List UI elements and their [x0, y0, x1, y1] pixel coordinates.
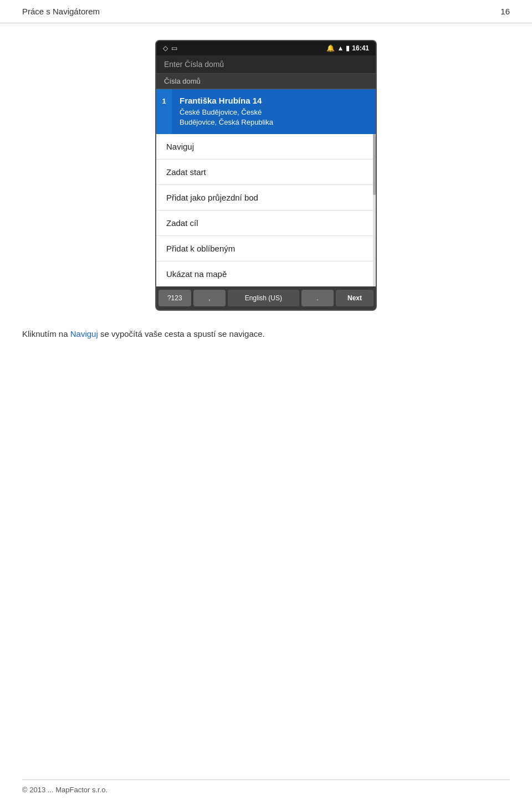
key-comma[interactable]: ,	[193, 290, 226, 306]
status-bar-right: 🔔 ▲ ▮ 16:41	[326, 44, 369, 52]
description-before: Kliknutím na	[22, 329, 70, 339]
address-line1: Františka Hrubína 14	[180, 96, 368, 105]
app-title-text: Enter Čísla domů	[164, 60, 224, 69]
status-bar: ◇ ▭ 🔔 ▲ ▮ 16:41	[156, 41, 376, 55]
menu-options: Naviguj Zadat start Přidat jako průjezdn…	[156, 134, 376, 286]
page-footer: © 2013 ... MapFactor s.r.o.	[22, 780, 510, 794]
menu-item-ukazat-mape[interactable]: Ukázat na mapě	[156, 262, 376, 286]
phone-screenshot: ◇ ▭ 🔔 ▲ ▮ 16:41 Enter Čísla domů Čísla d…	[155, 40, 377, 311]
status-bar-left: ◇ ▭	[163, 44, 177, 52]
message-icon: ▭	[171, 44, 177, 52]
menu-item-pridat-oblibene[interactable]: Přidat k oblíbeným	[156, 236, 376, 262]
scrollbar-thumb	[373, 134, 376, 195]
selected-address-row: 1 Františka Hrubína 14 České Budějovice,…	[156, 89, 376, 134]
menu-item-pridat-prujezdni[interactable]: Přidat jako průjezdní bod	[156, 185, 376, 211]
description-highlight: Naviguj	[70, 329, 98, 339]
description-text: Kliknutím na Naviguj se vypočítá vaše ce…	[22, 327, 510, 341]
scrollbar-track	[373, 134, 376, 286]
result-number-badge: 1	[156, 89, 172, 134]
input-area: Čísla domů	[156, 74, 376, 89]
menu-options-list: Naviguj Zadat start Přidat jako průjezdn…	[156, 134, 376, 286]
key-period[interactable]: .	[301, 290, 334, 306]
key-123[interactable]: ?123	[158, 290, 191, 306]
menu-item-zadat-start[interactable]: Zadat start	[156, 160, 376, 185]
alarm-icon: 🔔	[326, 44, 335, 52]
keyboard: ?123 , English (US) . Next	[156, 286, 376, 310]
description-after: se vypočítá vaše cesta a spustí se navig…	[98, 329, 265, 339]
status-time: 16:41	[352, 44, 369, 52]
address-line2: České Budějovice, ČeskéBudějovice, Česká…	[180, 107, 368, 127]
app-titlebar: Enter Čísla domů	[156, 55, 376, 74]
battery-icon: ▮	[346, 44, 350, 52]
diamond-icon: ◇	[163, 44, 168, 52]
footer-text: © 2013 ... MapFactor s.r.o.	[22, 786, 108, 794]
menu-item-naviguj[interactable]: Naviguj	[156, 134, 376, 160]
menu-item-zadat-cil[interactable]: Zadat cíl	[156, 211, 376, 236]
page-content: ◇ ▭ 🔔 ▲ ▮ 16:41 Enter Čísla domů Čísla d…	[0, 23, 532, 357]
input-placeholder-text: Čísla domů	[164, 77, 201, 85]
header-title: Práce s Navigátorem	[22, 7, 100, 16]
result-number: 1	[162, 97, 166, 105]
header-page-number: 16	[500, 7, 510, 16]
wifi-icon: ▲	[337, 44, 344, 52]
suggestion-header: Františka Hrubína 14 České Budějovice, Č…	[172, 89, 376, 134]
key-next[interactable]: Next	[336, 290, 374, 306]
phone-inner: ◇ ▭ 🔔 ▲ ▮ 16:41 Enter Čísla domů Čísla d…	[156, 41, 376, 310]
page-header: Práce s Navigátorem 16	[0, 0, 532, 23]
key-language[interactable]: English (US)	[228, 290, 299, 306]
